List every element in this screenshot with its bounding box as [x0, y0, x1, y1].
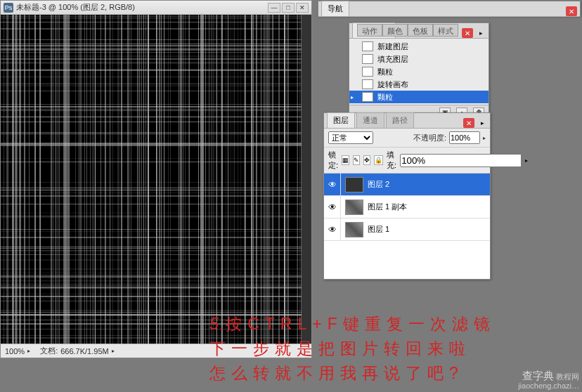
layers-palette: 图层 通道 路径 ✕ ▸ 正常 不透明度: ▸ 锁定: ▦ ✎ ✥ 🔒 填充: …: [323, 112, 491, 280]
visibility-icon[interactable]: 👁: [324, 218, 341, 241]
history-step-icon: [362, 41, 373, 51]
titlebar: Ps 未标题-3 @ 100% (图层 2, RGB/8) — □ ✕: [1, 1, 311, 15]
fill-input[interactable]: [400, 154, 522, 167]
history-step-icon: [362, 67, 373, 77]
history-item[interactable]: 填充图层: [349, 53, 489, 65]
tab-actions[interactable]: 动作: [357, 24, 382, 37]
visibility-icon[interactable]: 👁: [324, 174, 341, 196]
history-item[interactable]: ▸颗粒: [349, 91, 489, 103]
history-palette: 历史记录 ✕ ▸ 新建图层填充图层颗粒旋转画布▸颗粒 ▣ ▫ 🗑: [349, 22, 489, 119]
history-item[interactable]: 新建图层: [349, 40, 489, 53]
layer-list: 👁图层 2👁图层 1 副本👁图层 1: [324, 174, 490, 279]
visibility-icon[interactable]: 👁: [324, 196, 341, 218]
history-step-icon: [362, 79, 373, 89]
layers-controls: 正常 不透明度: ▸: [324, 129, 490, 148]
history-item[interactable]: 颗粒: [349, 65, 489, 78]
lock-move-icon[interactable]: ✥: [363, 155, 370, 165]
document-window: Ps 未标题-3 @ 100% (图层 2, RGB/8) — □ ✕ 100%…: [0, 0, 312, 358]
annotation-text: 5.按CTRL+F键重复一次滤镜 下一步就是把图片转回来啦 怎么转就不用我再说了…: [209, 312, 496, 386]
tab-styles[interactable]: 样式: [433, 24, 458, 37]
layer-row[interactable]: 👁图层 1 副本: [324, 196, 490, 218]
tab-navigator[interactable]: 导航: [321, 1, 349, 16]
layer-row[interactable]: 👁图层 2: [324, 174, 490, 196]
ps-icon: Ps: [4, 3, 13, 13]
history-item[interactable]: 旋转画布: [349, 78, 489, 91]
palette-tab-row: 动作 颜色 色板 样式: [357, 24, 489, 37]
palette-menu-icon[interactable]: ▸: [477, 118, 487, 128]
chevron-right-icon[interactable]: ▸: [525, 157, 528, 164]
zoom-level[interactable]: 100%▸: [5, 347, 30, 355]
document-title: 未标题-3 @ 100% (图层 2, RGB/8): [16, 2, 135, 13]
layer-thumbnail: [345, 177, 363, 192]
tab-channels[interactable]: 通道: [356, 112, 384, 128]
minimize-button[interactable]: —: [268, 3, 280, 13]
maximize-button[interactable]: □: [282, 3, 295, 13]
layer-name: 图层 1 副本: [368, 202, 407, 212]
layer-name: 图层 2: [368, 179, 389, 190]
layer-thumbnail: [345, 222, 363, 237]
history-step-icon: [362, 92, 373, 102]
opacity-input[interactable]: [449, 131, 480, 144]
palette-close-button[interactable]: ✕: [463, 118, 474, 128]
lock-all-icon[interactable]: 🔒: [374, 155, 383, 165]
tab-layers[interactable]: 图层: [327, 112, 355, 128]
tab-swatches[interactable]: 色板: [408, 24, 433, 37]
watermark: 查字典 教程网 jiaocheng.chazi…: [518, 371, 579, 391]
lock-row: 锁定: ▦ ✎ ✥ 🔒 填充: ▸: [324, 148, 490, 174]
tab-paths[interactable]: 路径: [386, 112, 414, 128]
layer-thumbnail: [345, 200, 363, 215]
opacity-label: 不透明度:: [413, 133, 446, 143]
palette-close-button[interactable]: ✕: [566, 6, 577, 16]
history-list: 新建图层填充图层颗粒旋转画布▸颗粒: [349, 39, 489, 105]
layer-name: 图层 1: [368, 224, 389, 235]
canvas-area[interactable]: [1, 15, 311, 344]
lock-transparency-icon[interactable]: ▦: [342, 155, 349, 165]
close-button[interactable]: ✕: [296, 3, 309, 13]
history-step-icon: [362, 54, 373, 64]
canvas: [1, 15, 302, 344]
chevron-right-icon[interactable]: ▸: [483, 135, 486, 141]
lock-label: 锁定:: [328, 150, 338, 171]
tab-color[interactable]: 颜色: [382, 24, 408, 37]
fill-label: 填充:: [387, 150, 396, 171]
layer-row[interactable]: 👁图层 1: [324, 218, 490, 241]
blend-mode-select[interactable]: 正常: [328, 131, 373, 144]
lock-brush-icon[interactable]: ✎: [353, 155, 360, 165]
navigator-palette: 导航 ✕: [318, 1, 581, 16]
doc-info[interactable]: 文档:666.7K/1.95M▸: [40, 346, 115, 356]
